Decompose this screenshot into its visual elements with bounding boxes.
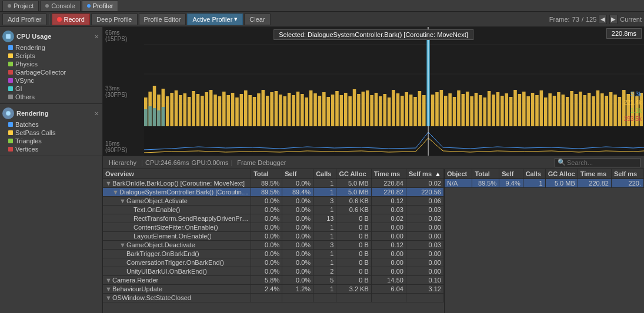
svg-rect-10	[166, 96, 169, 127]
others-item[interactable]: Others	[0, 93, 102, 101]
table-row[interactable]: LayoutElement.OnEnable() 0.0% 0.0% 1 0 B…	[103, 232, 444, 241]
chart-svg[interactable]	[144, 27, 644, 127]
table-row[interactable]: ▼OSWindow.SetStateClosed	[103, 294, 444, 302]
expand-icon[interactable]: ▼	[119, 241, 125, 248]
svg-rect-28	[244, 90, 248, 127]
col-calls[interactable]: Calls	[313, 169, 336, 179]
physics-item[interactable]: Physics	[0, 60, 102, 68]
record-button[interactable]: Record	[52, 14, 89, 25]
expand-icon[interactable]: ▼	[105, 294, 111, 301]
table-row[interactable]: ▼Camera.Render 5.8% 0.0% 5 0 B 14.50 0.1…	[103, 276, 444, 285]
table-row[interactable]: ▼BarkOnIdle.BarkLoop() [Coroutine: MoveN…	[103, 179, 444, 188]
svg-rect-88	[483, 97, 487, 127]
vsync-color	[8, 78, 13, 83]
setpass-item[interactable]: SetPass Calls	[0, 129, 102, 137]
col-total[interactable]: Total	[251, 169, 282, 179]
svg-rect-114	[596, 90, 600, 127]
col-overview[interactable]: Overview	[103, 169, 251, 179]
deep-profile-button[interactable]: Deep Profile	[91, 14, 138, 25]
table-row[interactable]: N/A 89.5% 9.4% 1 5.0 MB 220.82 220.	[445, 179, 644, 188]
col-gc-alloc[interactable]: GC Alloc	[336, 169, 371, 179]
table-row[interactable]: UnityUIBarkUI.OnBarkEnd() 0.0% 0.0% 2 0 …	[103, 267, 444, 276]
tab-console[interactable]: Console	[40, 1, 80, 11]
others-color	[8, 95, 13, 99]
expand-icon[interactable]: ▼	[105, 180, 111, 187]
search-icon: 🔍	[558, 159, 566, 166]
frame-next-button[interactable]: ▶	[609, 15, 618, 24]
svg-rect-98	[526, 96, 530, 127]
expand-icon[interactable]: ▼	[112, 189, 118, 196]
gc-item[interactable]: GarbageCollector	[0, 68, 102, 76]
tab-profiler[interactable]: Profiler	[82, 1, 119, 11]
vsync-item[interactable]: VSync	[0, 76, 102, 85]
col-r-calls[interactable]: Calls	[523, 169, 545, 179]
svg-rect-79	[444, 96, 448, 127]
rendering-header[interactable]: Rendering ✕	[0, 106, 102, 120]
svg-rect-96	[518, 94, 522, 127]
cpu-close-button[interactable]: ✕	[93, 33, 100, 40]
rendering-group: Rendering ✕ Batches SetPass Calls Triang…	[0, 104, 102, 156]
table-row[interactable]: Text.OnEnable() 0.0% 0.0% 1 0.6 KB 0.03 …	[103, 206, 444, 214]
right-table: Object Total Self Calls GC Alloc Time ms…	[444, 169, 644, 313]
tab-project[interactable]: Project	[2, 1, 39, 11]
col-r-self-ms[interactable]: Self ms	[611, 169, 643, 179]
triangles-item[interactable]: Triangles	[0, 137, 102, 145]
active-profiler-button[interactable]: Active Profiler ▾	[187, 14, 243, 25]
svg-rect-25	[231, 93, 235, 127]
svg-rect-67	[392, 90, 395, 127]
vertices-item[interactable]: Vertices	[0, 145, 102, 153]
svg-rect-105	[557, 92, 560, 127]
table-row[interactable]: ContentSizeFitter.OnEnable() 0.0% 0.0% 1…	[103, 223, 444, 232]
active-profiler-label: Active Profiler	[192, 16, 232, 23]
col-r-time[interactable]: Time ms	[578, 169, 611, 179]
search-input[interactable]	[567, 159, 638, 166]
svg-rect-102	[544, 97, 548, 127]
expand-icon[interactable]: ▼	[119, 197, 125, 204]
hierarchy-label[interactable]: Hierarchy	[106, 159, 139, 167]
expand-icon	[126, 224, 132, 231]
table-row[interactable]: ▼BehaviourUpdate 2.4% 1.2% 1 3.2 KB 6.04…	[103, 285, 444, 294]
col-r-gc[interactable]: GC Alloc	[545, 169, 578, 179]
table-row[interactable]: BarkTrigger.OnBarkEnd() 0.0% 0.0% 1 0 B …	[103, 250, 444, 258]
scripts-item[interactable]: Scripts	[0, 52, 102, 60]
frame-debugger-label[interactable]: Frame Debugger	[235, 159, 288, 167]
expand-icon	[119, 259, 125, 266]
rendering-item[interactable]: Rendering	[0, 43, 102, 52]
svg-rect-15	[188, 97, 191, 127]
svg-rect-38	[288, 93, 291, 127]
clear-button[interactable]: Clear	[244, 14, 270, 25]
col-r-self[interactable]: Self	[499, 169, 523, 179]
table-row[interactable]: ▼GameObject.Deactivate 0.0% 0.0% 3 0 B 0…	[103, 241, 444, 250]
table-row[interactable]: ▼DialogueSystemController.Bark() [Corout…	[103, 188, 444, 197]
frame-current: 73	[572, 16, 579, 23]
svg-rect-34	[270, 92, 273, 127]
svg-rect-101	[540, 90, 543, 127]
col-r-total[interactable]: Total	[472, 169, 499, 179]
svg-rect-117	[609, 92, 613, 127]
expand-icon	[126, 215, 132, 222]
expand-icon	[119, 250, 125, 257]
col-self-ms[interactable]: Self ms ▲	[406, 169, 443, 179]
frame-prev-button[interactable]: ◀	[599, 15, 607, 24]
table-row[interactable]: RectTransform.SendReapplyDrivenPropertie…	[103, 214, 444, 223]
cpu-usage-header[interactable]: CPU Usage ✕	[0, 29, 102, 43]
col-time-ms[interactable]: Time ms	[371, 169, 406, 179]
svg-rect-77	[435, 92, 439, 127]
expand-icon[interactable]: ▼	[105, 285, 111, 292]
expand-icon[interactable]: ▼	[105, 277, 111, 284]
table-row[interactable]: ConversationTrigger.OnBarkEnd() 0.0% 0.0…	[103, 258, 444, 267]
gi-item[interactable]: GI	[0, 85, 102, 93]
batches-item[interactable]: Batches	[0, 120, 102, 129]
col-self[interactable]: Self	[282, 169, 313, 179]
svg-rect-49	[335, 91, 339, 127]
frame-total: 125	[586, 16, 596, 23]
profile-editor-button[interactable]: Profile Editor	[139, 14, 186, 25]
col-object[interactable]: Object	[445, 169, 472, 179]
svg-rect-113	[592, 96, 595, 127]
gc-color	[8, 70, 13, 75]
svg-rect-92	[500, 96, 504, 127]
table-row[interactable]: ▼GameObject.Activate 0.0% 0.0% 3 0.6 KB …	[103, 197, 444, 206]
rendering-close-button[interactable]: ✕	[93, 110, 100, 117]
svg-rect-54	[357, 94, 361, 127]
add-profiler-button[interactable]: Add Profiler	[2, 14, 46, 25]
